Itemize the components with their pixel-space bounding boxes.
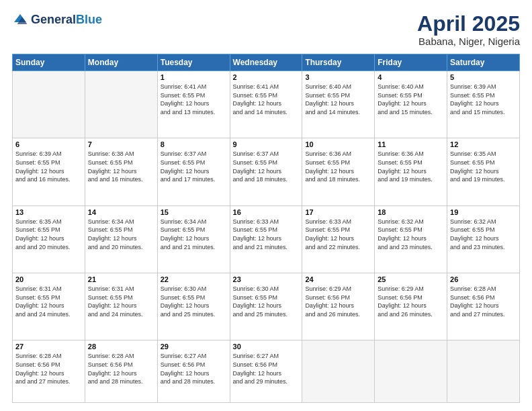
day-number: 14 bbox=[88, 208, 154, 216]
day-info: Sunrise: 6:28 AMSunset: 6:56 PMDaylight:… bbox=[88, 352, 154, 385]
calendar-cell: 21Sunrise: 6:31 AMSunset: 6:55 PMDayligh… bbox=[85, 273, 157, 340]
calendar-week-row-4: 20Sunrise: 6:31 AMSunset: 6:55 PMDayligh… bbox=[13, 273, 520, 340]
day-info: Sunrise: 6:39 AMSunset: 6:55 PMDaylight:… bbox=[15, 150, 82, 183]
calendar-week-row-1: 1Sunrise: 6:41 AMSunset: 6:55 PMDaylight… bbox=[13, 71, 520, 138]
day-info: Sunrise: 6:29 AMSunset: 6:56 PMDaylight:… bbox=[305, 285, 371, 318]
calendar-cell: 7Sunrise: 6:38 AMSunset: 6:55 PMDaylight… bbox=[85, 138, 157, 205]
day-info: Sunrise: 6:39 AMSunset: 6:55 PMDaylight:… bbox=[450, 83, 517, 116]
calendar-week-row-2: 6Sunrise: 6:39 AMSunset: 6:55 PMDaylight… bbox=[13, 138, 520, 205]
calendar-table: SundayMondayTuesdayWednesdayThursdayFrid… bbox=[12, 54, 520, 403]
day-info: Sunrise: 6:30 AMSunset: 6:55 PMDaylight:… bbox=[233, 285, 300, 318]
day-info: Sunrise: 6:40 AMSunset: 6:55 PMDaylight:… bbox=[378, 83, 444, 116]
calendar-header-tuesday: Tuesday bbox=[157, 54, 230, 71]
day-info: Sunrise: 6:29 AMSunset: 6:56 PMDaylight:… bbox=[378, 285, 444, 318]
day-number: 11 bbox=[378, 140, 444, 148]
day-info: Sunrise: 6:28 AMSunset: 6:56 PMDaylight:… bbox=[15, 352, 82, 385]
day-number: 12 bbox=[450, 140, 517, 148]
calendar-cell: 27Sunrise: 6:28 AMSunset: 6:56 PMDayligh… bbox=[13, 340, 85, 403]
day-number: 21 bbox=[88, 275, 154, 283]
day-info: Sunrise: 6:38 AMSunset: 6:55 PMDaylight:… bbox=[88, 150, 154, 183]
calendar-cell: 14Sunrise: 6:34 AMSunset: 6:55 PMDayligh… bbox=[85, 205, 157, 273]
month-title: April 2025 bbox=[417, 12, 520, 36]
day-number: 4 bbox=[378, 73, 444, 81]
calendar-week-row-3: 13Sunrise: 6:35 AMSunset: 6:55 PMDayligh… bbox=[13, 205, 520, 273]
day-number: 19 bbox=[450, 208, 517, 216]
calendar-cell: 8Sunrise: 6:37 AMSunset: 6:55 PMDaylight… bbox=[157, 138, 230, 205]
day-info: Sunrise: 6:36 AMSunset: 6:55 PMDaylight:… bbox=[305, 150, 371, 183]
location: Babana, Niger, Nigeria bbox=[417, 36, 520, 47]
calendar-week-row-5: 27Sunrise: 6:28 AMSunset: 6:56 PMDayligh… bbox=[13, 340, 520, 403]
day-number: 3 bbox=[305, 73, 371, 81]
day-number: 28 bbox=[88, 342, 154, 351]
day-info: Sunrise: 6:27 AMSunset: 6:56 PMDaylight:… bbox=[161, 352, 227, 385]
day-number: 20 bbox=[15, 275, 82, 283]
calendar-cell: 29Sunrise: 6:27 AMSunset: 6:56 PMDayligh… bbox=[157, 340, 230, 403]
calendar-cell: 9Sunrise: 6:37 AMSunset: 6:55 PMDaylight… bbox=[230, 138, 302, 205]
calendar-cell: 13Sunrise: 6:35 AMSunset: 6:55 PMDayligh… bbox=[13, 205, 85, 273]
day-info: Sunrise: 6:34 AMSunset: 6:55 PMDaylight:… bbox=[161, 218, 227, 251]
day-number: 15 bbox=[161, 208, 227, 216]
calendar-cell bbox=[302, 340, 375, 403]
calendar-cell bbox=[85, 71, 157, 138]
calendar-cell: 2Sunrise: 6:41 AMSunset: 6:55 PMDaylight… bbox=[230, 71, 302, 138]
calendar-cell: 26Sunrise: 6:28 AMSunset: 6:56 PMDayligh… bbox=[447, 273, 520, 340]
day-number: 10 bbox=[305, 140, 371, 148]
calendar-cell: 16Sunrise: 6:33 AMSunset: 6:55 PMDayligh… bbox=[230, 205, 302, 273]
day-number: 1 bbox=[161, 73, 227, 81]
day-number: 16 bbox=[233, 208, 300, 216]
day-number: 13 bbox=[15, 208, 82, 216]
header: GeneralBlue April 2025 Babana, Niger, Ni… bbox=[12, 12, 520, 47]
day-info: Sunrise: 6:32 AMSunset: 6:55 PMDaylight:… bbox=[450, 218, 517, 251]
calendar-cell: 23Sunrise: 6:30 AMSunset: 6:55 PMDayligh… bbox=[230, 273, 302, 340]
calendar-cell: 11Sunrise: 6:36 AMSunset: 6:55 PMDayligh… bbox=[375, 138, 447, 205]
day-info: Sunrise: 6:37 AMSunset: 6:55 PMDaylight:… bbox=[233, 150, 300, 183]
day-info: Sunrise: 6:28 AMSunset: 6:56 PMDaylight:… bbox=[450, 285, 517, 318]
calendar-header-sunday: Sunday bbox=[13, 54, 85, 71]
page: GeneralBlue April 2025 Babana, Niger, Ni… bbox=[0, 0, 532, 411]
calendar-cell: 22Sunrise: 6:30 AMSunset: 6:55 PMDayligh… bbox=[157, 273, 230, 340]
day-number: 17 bbox=[305, 208, 371, 216]
calendar-cell bbox=[375, 340, 447, 403]
day-info: Sunrise: 6:31 AMSunset: 6:55 PMDaylight:… bbox=[88, 285, 154, 318]
day-info: Sunrise: 6:30 AMSunset: 6:55 PMDaylight:… bbox=[161, 285, 227, 318]
day-info: Sunrise: 6:34 AMSunset: 6:55 PMDaylight:… bbox=[88, 218, 154, 251]
calendar-cell bbox=[447, 340, 520, 403]
calendar-cell: 6Sunrise: 6:39 AMSunset: 6:55 PMDaylight… bbox=[13, 138, 85, 205]
day-number: 30 bbox=[233, 342, 300, 351]
day-number: 26 bbox=[450, 275, 517, 283]
day-info: Sunrise: 6:40 AMSunset: 6:55 PMDaylight:… bbox=[305, 83, 371, 116]
calendar-cell: 15Sunrise: 6:34 AMSunset: 6:55 PMDayligh… bbox=[157, 205, 230, 273]
calendar-cell: 18Sunrise: 6:32 AMSunset: 6:55 PMDayligh… bbox=[375, 205, 447, 273]
day-info: Sunrise: 6:33 AMSunset: 6:55 PMDaylight:… bbox=[305, 218, 371, 251]
calendar-cell: 12Sunrise: 6:35 AMSunset: 6:55 PMDayligh… bbox=[447, 138, 520, 205]
day-number: 8 bbox=[161, 140, 227, 148]
day-info: Sunrise: 6:27 AMSunset: 6:56 PMDaylight:… bbox=[233, 352, 300, 385]
calendar-cell: 1Sunrise: 6:41 AMSunset: 6:55 PMDaylight… bbox=[157, 71, 230, 138]
day-info: Sunrise: 6:37 AMSunset: 6:55 PMDaylight:… bbox=[161, 150, 227, 183]
calendar-header-wednesday: Wednesday bbox=[230, 54, 302, 71]
day-info: Sunrise: 6:41 AMSunset: 6:55 PMDaylight:… bbox=[233, 83, 300, 116]
calendar-cell: 5Sunrise: 6:39 AMSunset: 6:55 PMDaylight… bbox=[447, 71, 520, 138]
day-number: 5 bbox=[450, 73, 517, 81]
day-number: 18 bbox=[378, 208, 444, 216]
calendar-cell: 30Sunrise: 6:27 AMSunset: 6:56 PMDayligh… bbox=[230, 340, 302, 403]
day-number: 23 bbox=[233, 275, 300, 283]
calendar-cell: 3Sunrise: 6:40 AMSunset: 6:55 PMDaylight… bbox=[302, 71, 375, 138]
day-number: 9 bbox=[233, 140, 300, 148]
calendar-header-friday: Friday bbox=[375, 54, 447, 71]
day-info: Sunrise: 6:35 AMSunset: 6:55 PMDaylight:… bbox=[15, 218, 82, 251]
calendar-cell: 10Sunrise: 6:36 AMSunset: 6:55 PMDayligh… bbox=[302, 138, 375, 205]
calendar-header-thursday: Thursday bbox=[302, 54, 375, 71]
day-number: 29 bbox=[161, 342, 227, 351]
day-number: 27 bbox=[15, 342, 82, 351]
day-number: 2 bbox=[233, 73, 300, 81]
day-info: Sunrise: 6:32 AMSunset: 6:55 PMDaylight:… bbox=[378, 218, 444, 251]
day-info: Sunrise: 6:41 AMSunset: 6:55 PMDaylight:… bbox=[161, 83, 227, 116]
calendar-cell: 19Sunrise: 6:32 AMSunset: 6:55 PMDayligh… bbox=[447, 205, 520, 273]
logo-text: GeneralBlue bbox=[31, 13, 102, 27]
day-info: Sunrise: 6:36 AMSunset: 6:55 PMDaylight:… bbox=[378, 150, 444, 183]
calendar-header-saturday: Saturday bbox=[447, 54, 520, 71]
calendar-cell: 24Sunrise: 6:29 AMSunset: 6:56 PMDayligh… bbox=[302, 273, 375, 340]
calendar-cell: 20Sunrise: 6:31 AMSunset: 6:55 PMDayligh… bbox=[13, 273, 85, 340]
calendar-cell: 28Sunrise: 6:28 AMSunset: 6:56 PMDayligh… bbox=[85, 340, 157, 403]
